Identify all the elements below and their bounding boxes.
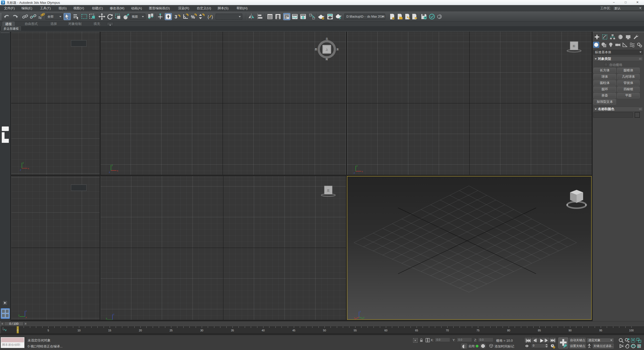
create-button-几何球体[interactable]: 几何球体: [617, 74, 640, 79]
undo-icon[interactable]: [3, 13, 10, 20]
create-button-平面[interactable]: 平面: [617, 93, 640, 98]
zoom-extents-all-icon[interactable]: [636, 338, 641, 343]
menu-视图(V)[interactable]: 视图(V): [73, 5, 84, 11]
object-name-field[interactable]: [593, 112, 633, 118]
viewcube-edge[interactable]: [71, 185, 87, 191]
create-button-圆柱体[interactable]: 圆柱体: [593, 80, 616, 86]
script-export-icon[interactable]: [411, 13, 418, 20]
zoom-icon[interactable]: [618, 338, 624, 343]
snaps-toggle-icon[interactable]: 3: [174, 13, 181, 20]
viewcube[interactable]: 左: [321, 185, 336, 198]
script-settings-icon[interactable]: [389, 13, 396, 20]
menu-工具(T)[interactable]: 工具(T): [40, 5, 51, 11]
panel-tab-utilities[interactable]: [633, 34, 639, 40]
save-file-time-icon[interactable]: [420, 13, 427, 20]
coord-field[interactable]: 0.0: [457, 338, 472, 342]
material-editor-icon[interactable]: [309, 13, 316, 20]
maximize-button[interactable]: □: [622, 1, 629, 4]
ribbon-flyout-button[interactable]: [107, 22, 113, 26]
viewport-top-right[interactable]: 前yxz: [347, 32, 592, 175]
window-crossing-toggle-icon[interactable]: [89, 13, 96, 20]
prev-key-button[interactable]: [532, 338, 538, 342]
selection-lock-icon[interactable]: [419, 338, 424, 342]
category-tab-cameras[interactable]: [615, 42, 621, 48]
select-and-move-icon[interactable]: [98, 13, 105, 20]
create-button-茶壶[interactable]: 茶壶: [593, 93, 616, 98]
rollout-name-color[interactable]: 名称和颜色: [593, 107, 643, 111]
mini-curve-editor-button[interactable]: [3, 327, 7, 333]
viewport-bottom-middle[interactable]: 左zyx: [101, 176, 346, 320]
go-end-button[interactable]: [550, 338, 556, 342]
viewcube-3d[interactable]: [564, 185, 589, 213]
frame-spinner[interactable]: [545, 344, 548, 347]
selection-filter-dropdown[interactable]: 全部: [46, 14, 63, 20]
panel-tab-hierarchy[interactable]: [610, 34, 616, 40]
named-selection-sets-dropdown[interactable]: [216, 14, 242, 20]
menu-修改器(M)[interactable]: 修改器(M): [110, 5, 125, 11]
category-tab-lights[interactable]: [608, 42, 614, 48]
layout-tab-quad[interactable]: [1, 308, 10, 319]
autogrid-checkbox[interactable]: [604, 63, 608, 66]
category-tab-systems[interactable]: [636, 42, 642, 48]
percent-snap-toggle-icon[interactable]: %: [191, 13, 198, 20]
menu-图形编辑器(D)[interactable]: 图形编辑器(D): [149, 5, 170, 11]
menu-组(G)[interactable]: 组(G): [59, 5, 67, 11]
time-tag-zero-button[interactable]: 0: [480, 343, 486, 348]
maxscript-listener-pink[interactable]: [1, 337, 24, 343]
create-button-四棱锥[interactable]: 四棱锥: [617, 86, 640, 92]
rendered-frame-window-icon[interactable]: [327, 13, 334, 20]
track-bar[interactable]: 0510152025303540455055606570758085909510…: [0, 326, 644, 333]
menu-自定义(U)[interactable]: 自定义(U): [197, 5, 211, 11]
viewcube[interactable]: 前: [567, 40, 582, 53]
enable-indicator[interactable]: [476, 345, 478, 347]
layer-explorer-icon[interactable]: [274, 13, 281, 20]
time-slider-track[interactable]: < 0 / 100 >: [0, 321, 644, 326]
bind-to-space-warp-icon[interactable]: [38, 13, 45, 20]
menu-动画(A)[interactable]: 动画(A): [131, 5, 142, 11]
select-and-scale-icon[interactable]: [114, 13, 122, 20]
panel-tab-modify[interactable]: [602, 34, 608, 40]
scene-check-icon[interactable]: [428, 13, 435, 20]
viewport-top-left[interactable]: yxz: [11, 32, 100, 175]
coord-field[interactable]: 0.0: [435, 338, 450, 342]
create-button-圆环[interactable]: 圆环: [593, 86, 616, 92]
reference-coordinate-dropdown[interactable]: 视图: [130, 14, 145, 20]
layout-tab-icon-2[interactable]: [2, 132, 5, 143]
ribbon-subtab-polymodeling[interactable]: 多边形建模: [1, 26, 21, 31]
angle-snap-toggle-icon[interactable]: [182, 13, 189, 20]
layout-tab-icon-1[interactable]: [2, 126, 9, 131]
panel-tab-motion[interactable]: [617, 34, 623, 40]
create-button-球体[interactable]: 球体: [593, 74, 616, 79]
ribbon-tab-建模[interactable]: 建模: [3, 22, 15, 26]
edit-named-selection-sets-icon[interactable]: {}: [207, 13, 214, 20]
add-time-tag[interactable]: 添加时间标记: [495, 344, 514, 349]
key-filters-person-icon[interactable]: [587, 343, 592, 348]
absolute-mode-icon[interactable]: [425, 338, 430, 342]
select-object-icon[interactable]: [64, 13, 71, 20]
orbit-icon[interactable]: [631, 343, 636, 349]
menu-脚本(S)[interactable]: 脚本(S): [218, 5, 228, 11]
project-folder-dropdown[interactable]: D:\Backup\D··· ds Max 2024: [344, 14, 385, 20]
menu-帮助(H)[interactable]: 帮助(H): [236, 5, 248, 11]
viewcube-edge[interactable]: [71, 40, 87, 47]
selection-set-dropdown[interactable]: 选定对象: [587, 338, 614, 343]
set-key-button[interactable]: 设置关键点: [569, 343, 586, 348]
zoom-extents-icon[interactable]: [630, 338, 636, 343]
select-and-place-icon[interactable]: [123, 13, 130, 20]
align-icon[interactable]: [256, 13, 263, 20]
maximize-viewport-icon[interactable]: [636, 343, 642, 349]
select-and-link-icon[interactable]: [22, 13, 29, 20]
mirror-icon[interactable]: [248, 13, 255, 20]
pan-icon[interactable]: [625, 343, 630, 349]
next-frame-button[interactable]: >: [24, 322, 27, 326]
rollout-object-type[interactable]: 对象类型: [593, 56, 643, 61]
select-and-rotate-icon[interactable]: [106, 13, 113, 20]
trajectory-toggle-icon[interactable]: [461, 343, 467, 348]
key-mode-icon[interactable]: [525, 344, 529, 348]
use-pivot-point-center-icon[interactable]: [147, 13, 154, 20]
panel-tab-create[interactable]: [594, 34, 600, 40]
key-filters-button[interactable]: 关键点过滤器..: [593, 343, 614, 348]
ribbon-tab-填充[interactable]: 填充: [91, 22, 103, 26]
auto-key-button[interactable]: 自动关键点: [569, 338, 586, 343]
create-button-加强型文本[interactable]: 加强型文本: [593, 99, 616, 105]
